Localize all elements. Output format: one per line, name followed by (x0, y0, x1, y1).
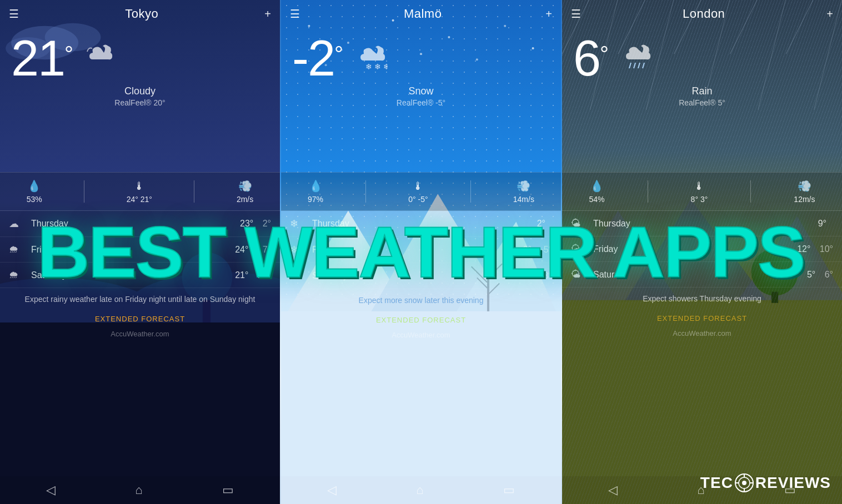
tokyo-temp-row: 21 ° (11, 33, 269, 83)
tokyo-temp-hl: 24° 21° (127, 195, 152, 204)
malmo-fri-low: -5° (540, 245, 552, 254)
malmo-humidity-value: 97% (308, 195, 323, 204)
london-thu-day: Thursday (588, 219, 818, 229)
tokyo-wind-value: 2m/s (237, 195, 253, 204)
tokyo-fri-day: Friday (26, 245, 235, 255)
london-fri-icon: 🌤 (571, 243, 588, 255)
tokyo-therm-icon: 🌡 (134, 180, 145, 193)
malmo-alert: Expect more snow later this evening (281, 289, 561, 311)
london-sat-day: Saturday (588, 270, 807, 280)
malmo-thu-high: 2° (537, 219, 545, 228)
phones-container: ☰ Tokyo + 21 ° Cloudy RealFeel® (0, 0, 842, 504)
london-wind-icon: 💨 (798, 179, 811, 193)
london-temp-stat: 🌡 8° 3° (691, 180, 708, 204)
london-sat-temps: 5° 6° (807, 270, 833, 280)
svg-line-44 (634, 63, 635, 68)
malmo-therm-icon: 🌡 (413, 180, 424, 193)
tokyo-extended-forecast[interactable]: EXTENDED FORECAST (0, 310, 280, 327)
watermark: TEC REVIEWS (700, 473, 831, 493)
tokyo-divider-1 (84, 180, 84, 203)
london-extended-forecast[interactable]: EXTENDED FORECAST (562, 310, 842, 327)
london-realfeel: RealFeel® 5° (573, 98, 831, 107)
london-thu-high: 9° (818, 219, 826, 228)
malmo-sat-high: -5° (520, 271, 532, 280)
tokyo-temperature: 21 (11, 33, 64, 83)
malmo-weather-desc: Snow (292, 85, 550, 97)
tokyo-fri-low: 17° (258, 245, 271, 254)
malmo-realfeel: RealFeel® -5° (292, 98, 550, 107)
tokyo-sat-icon: 🌧 (9, 269, 26, 281)
tokyo-plus-icon[interactable]: + (264, 8, 271, 21)
svg-text:❄ ❄ ❄: ❄ ❄ ❄ (365, 62, 388, 71)
malmo-weather-icon: ❄ ❄ ❄ (352, 42, 388, 74)
malmo-forecast-sat: ❄ Saturday -5° -8° (281, 263, 561, 289)
malmo-back-icon[interactable]: ◁ (327, 483, 337, 497)
tokyo-drop-icon: 💧 (27, 179, 41, 193)
tokyo-sat-low: 15° (258, 270, 271, 280)
london-stats-row: 💧 54% 🌡 8° 3° 💨 12m/s (562, 172, 842, 211)
malmo-plus-icon[interactable]: + (545, 8, 552, 21)
malmo-temperature: -2 (292, 33, 334, 83)
london-sat-icon: 🌤 (571, 269, 588, 280)
london-temperature: 6 (573, 33, 600, 83)
malmo-fri-temps: -3° -5° (520, 245, 552, 255)
london-plus-icon[interactable]: + (826, 8, 833, 21)
phone-panel-london: ☰ London + 6 ° (562, 0, 842, 504)
phone-panel-malmo: ☰ Malmö + -2 ° ❄ ❄ ❄ Snow RealFe (280, 0, 562, 504)
tokyo-sat-day: Saturday (26, 270, 235, 280)
malmo-fri-day: Friday (307, 245, 520, 255)
malmo-weather-main: -2 ° ❄ ❄ ❄ Snow RealFeel® -5° (281, 28, 561, 172)
tokyo-thu-icon: ☁ (9, 218, 26, 230)
london-temp-hl: 8° 3° (691, 195, 708, 204)
london-thu-icon: 🌤 (571, 218, 588, 229)
london-back-icon[interactable]: ◁ (608, 483, 618, 497)
tokyo-degree: ° (64, 42, 73, 67)
malmo-menu-icon[interactable]: ☰ (290, 7, 300, 21)
tokyo-forecast-section: ☁ Thursday 23° 2° 🌧 Friday 24° 17° 🌧 Sat… (0, 211, 280, 476)
malmo-home-icon[interactable]: ⌂ (416, 483, 423, 497)
malmo-extended-forecast[interactable]: EXTENDED FORECAST (281, 311, 561, 329)
tokyo-weather-desc: Cloudy (11, 85, 269, 97)
malmo-wind-stat: 💨 14m/s (513, 179, 534, 204)
malmo-temp-hl: 0° -5° (408, 195, 428, 204)
london-humidity-stat: 💧 54% (589, 179, 605, 204)
london-forecast-section: 🌤 Thursday 9° 🌤 Friday 12° 10° 🌤 Saturda… (562, 211, 842, 476)
svg-line-43 (629, 63, 631, 68)
london-menu-icon[interactable]: ☰ (571, 7, 581, 21)
london-temp-container: 6 ° (573, 33, 609, 83)
malmo-fri-high: -3° (520, 245, 532, 254)
tokyo-weather-icon (82, 42, 115, 72)
london-alert: Expect showers Thursday evening (562, 288, 842, 310)
tokyo-fri-high: 24° (235, 245, 248, 254)
london-accuweather: AccuWeather.com (562, 327, 842, 340)
svg-point-49 (742, 481, 746, 485)
malmo-temp-row: -2 ° ❄ ❄ ❄ (292, 33, 550, 83)
malmo-thu-icon: ❄ (290, 218, 307, 230)
tokyo-alert: Expect rainy weather late on Friday nigh… (0, 288, 280, 310)
watermark-logo-icon (734, 473, 754, 493)
malmo-nav-bar: ◁ ⌂ ▭ (281, 476, 561, 504)
tokyo-home-icon[interactable]: ⌂ (135, 483, 142, 497)
london-fri-day: Friday (588, 244, 797, 254)
tokyo-city-name: Tokyo (125, 7, 158, 21)
malmo-divider-1 (365, 180, 366, 203)
tokyo-sat-high: 21° (235, 270, 248, 280)
london-degree: ° (600, 42, 609, 67)
tokyo-recent-icon[interactable]: ▭ (222, 483, 234, 497)
london-city-name: London (683, 7, 725, 21)
malmo-temp-stat: 🌡 0° -5° (408, 180, 428, 204)
london-weather-main: 6 ° Rain RealFeel® 5° (562, 28, 842, 172)
malmo-forecast-thu: ❄ Thursday 2° (281, 211, 561, 237)
london-wind-stat: 💨 12m/s (794, 179, 815, 204)
tokyo-thu-high: 23° (240, 219, 253, 228)
tokyo-thu-day: Thursday (26, 219, 240, 229)
london-forecast-sat: 🌤 Saturday 5° 6° (562, 262, 842, 288)
tokyo-top-bar: ☰ Tokyo + (0, 0, 280, 28)
tokyo-weather-main: 21 ° Cloudy RealFeel® 20° (0, 28, 280, 172)
tokyo-forecast-sat: 🌧 Saturday 21° 15° (0, 263, 280, 288)
london-forecast-fri: 🌤 Friday 12° 10° (562, 236, 842, 262)
malmo-recent-icon[interactable]: ▭ (503, 483, 515, 497)
tokyo-menu-icon[interactable]: ☰ (9, 7, 19, 21)
tokyo-back-icon[interactable]: ◁ (46, 483, 56, 497)
malmo-wind-value: 14m/s (513, 195, 534, 204)
